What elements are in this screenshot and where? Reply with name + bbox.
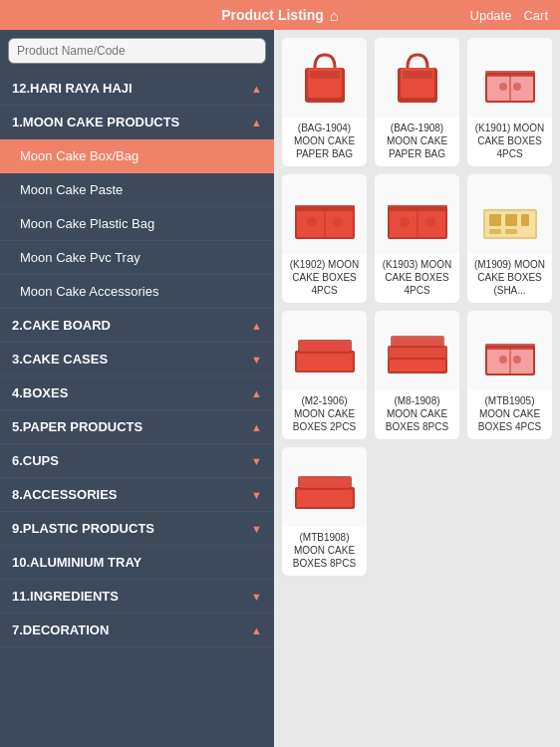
sidebar-item-cups[interactable]: 6.CUPS — [0, 444, 274, 478]
svg-point-27 — [425, 217, 435, 227]
product-image — [282, 447, 367, 527]
product-image — [467, 311, 552, 390]
sidebar-item-moon-cake-box-bag[interactable]: Moon Cake Box/Bag — [0, 139, 274, 173]
product-image — [467, 38, 552, 118]
sidebar-item-label: 12.HARI RAYA HAJI — [12, 81, 133, 96]
sidebar-item-label: 9.PLASTIC PRODUCTS — [12, 521, 154, 536]
product-name: (M8-1908) MOON CAKE BOXES 8PCS — [375, 390, 459, 439]
sidebar-item-label: 11.INGREDIENTS — [12, 589, 119, 604]
product-grid: (BAG-1904) MOON CAKE PAPER BAG (BAG-1908… — [282, 38, 552, 576]
sidebar-item-cake-cases[interactable]: 3.CAKE CASES — [0, 343, 274, 376]
sidebar-item-accessories[interactable]: 8.ACCESSORIES — [0, 478, 274, 512]
svg-rect-52 — [297, 489, 353, 507]
sidebar-item-label: 6.CUPS — [12, 453, 59, 468]
product-name: (K1903) MOON CAKE BOXES 4PCS — [375, 254, 459, 303]
svg-point-26 — [400, 217, 410, 227]
product-card-m2-1906[interactable]: (M2-1906) MOON CAKE BOXES 2PCS — [282, 311, 367, 439]
svg-point-9 — [419, 61, 422, 65]
sidebar-item-label: 2.CAKE BOARD — [12, 318, 111, 333]
product-name: (BAG-1904) MOON CAKE PAPER BAG — [282, 118, 367, 166]
arrow-down-icon — [251, 354, 262, 366]
product-image — [375, 311, 459, 390]
cart-button[interactable]: Cart — [523, 8, 548, 23]
sidebar-item-ingredients[interactable]: 11.INGREDIENTS — [0, 580, 274, 614]
app-header: Product Listing ⌂ Update Cart — [0, 0, 560, 30]
sidebar-item-label: 7.DECORATION — [12, 622, 109, 637]
sidebar-item-hari-raya[interactable]: 12.HARI RAYA HAJI — [0, 72, 274, 106]
svg-rect-44 — [393, 338, 442, 346]
svg-rect-31 — [505, 214, 517, 226]
svg-rect-33 — [489, 229, 501, 234]
svg-point-15 — [513, 83, 521, 91]
sidebar-item-plastic-products[interactable]: 9.PLASTIC PRODUCTS — [0, 512, 274, 546]
svg-rect-34 — [505, 229, 517, 234]
svg-rect-42 — [390, 348, 445, 358]
search-input[interactable] — [8, 38, 266, 64]
product-name: (MTB1905) MOON CAKE BOXES 4PCS — [467, 390, 552, 439]
sidebar-item-cake-board[interactable]: 2.CAKE BOARD — [0, 309, 274, 343]
header-actions: Update Cart — [470, 8, 548, 23]
svg-point-49 — [499, 356, 507, 364]
svg-point-50 — [513, 356, 521, 364]
arrow-down-icon — [251, 455, 262, 467]
sidebar-item-label: 1.MOON CAKE PRODUCTS — [12, 115, 179, 129]
sidebar-item-label: Moon Cake Plastic Bag — [20, 216, 154, 231]
svg-point-8 — [413, 61, 417, 65]
product-card-bag-1904[interactable]: (BAG-1904) MOON CAKE PAPER BAG — [282, 38, 367, 166]
product-image — [282, 174, 367, 254]
product-name: (M1909) MOON CAKE BOXES (SHA... — [467, 254, 552, 303]
sidebar-item-moon-cake-paste[interactable]: Moon Cake Paste — [0, 173, 274, 207]
header-title: Product Listing ⌂ — [221, 7, 339, 24]
product-card-m8-1908[interactable]: (M8-1908) MOON CAKE BOXES 8PCS — [375, 311, 459, 439]
arrow-down-icon — [251, 591, 262, 603]
sidebar-item-moon-cake-products[interactable]: 1.MOON CAKE PRODUCTS — [0, 106, 274, 139]
header-title-text: Product Listing — [221, 7, 324, 23]
product-image — [467, 174, 552, 254]
product-card-k1903[interactable]: (K1903) MOON CAKE BOXES 4PCS — [375, 174, 459, 303]
product-card-k1902[interactable]: (K1902) MOON CAKE BOXES 4PCS — [282, 174, 367, 303]
svg-point-3 — [320, 61, 324, 65]
sidebar-item-moon-cake-plastic-bag[interactable]: Moon Cake Plastic Bag — [0, 207, 274, 241]
sidebar-items-container: 12.HARI RAYA HAJI1.MOON CAKE PRODUCTSMoo… — [0, 72, 274, 647]
product-card-k1901[interactable]: (K1901) MOON CAKE BOXES 4PCS — [467, 38, 552, 166]
product-card-mtb1908[interactable]: (MTB1908) MOON CAKE BOXES 8PCS — [282, 447, 367, 576]
sidebar-item-label: Moon Cake Pvc Tray — [20, 250, 140, 265]
sidebar-item-boxes[interactable]: 4.BOXES — [0, 376, 274, 410]
product-card-bag-1908[interactable]: (BAG-1908) MOON CAKE PAPER BAG — [375, 38, 459, 166]
arrow-up-icon — [251, 117, 262, 128]
product-image — [375, 174, 459, 254]
arrow-up-icon — [251, 83, 262, 95]
arrow-up-icon — [251, 320, 262, 332]
product-image — [375, 38, 459, 118]
product-name: (K1902) MOON CAKE BOXES 4PCS — [282, 254, 367, 303]
search-bar — [0, 30, 274, 72]
svg-rect-40 — [390, 360, 445, 372]
sidebar-item-aluminium-tray[interactable]: 10.ALUMINIUM TRAY — [0, 546, 274, 580]
sidebar-item-label: Moon Cake Paste — [20, 182, 123, 197]
svg-point-20 — [307, 217, 317, 227]
sidebar-item-label: Moon Cake Box/Bag — [20, 148, 139, 163]
arrow-up-icon — [251, 387, 262, 399]
sidebar-item-moon-cake-pvc-tray[interactable]: Moon Cake Pvc Tray — [0, 241, 274, 275]
sidebar-item-label: 8.ACCESSORIES — [12, 487, 117, 502]
product-grid-container: (BAG-1904) MOON CAKE PAPER BAG (BAG-1908… — [274, 30, 560, 747]
home-icon[interactable]: ⌂ — [330, 7, 339, 24]
sidebar-item-paper-products[interactable]: 5.PAPER PRODUCTS — [0, 410, 274, 444]
sidebar-item-label: 4.BOXES — [12, 385, 68, 400]
product-name: (MTB1908) MOON CAKE BOXES 8PCS — [282, 527, 367, 576]
product-card-mtb1905[interactable]: (MTB1905) MOON CAKE BOXES 4PCS — [467, 311, 552, 439]
sidebar-item-moon-cake-accessories[interactable]: Moon Cake Accessories — [0, 275, 274, 309]
update-button[interactable]: Update — [470, 8, 512, 23]
svg-rect-7 — [403, 71, 432, 79]
svg-rect-54 — [300, 478, 350, 488]
product-name: (BAG-1908) MOON CAKE PAPER BAG — [375, 118, 459, 166]
arrow-down-icon — [251, 523, 262, 535]
product-image — [282, 38, 367, 118]
svg-point-4 — [326, 61, 330, 65]
sidebar-item-label: 3.CAKE CASES — [12, 352, 108, 367]
product-card-m1909[interactable]: (M1909) MOON CAKE BOXES (SHA... — [467, 174, 552, 303]
svg-rect-32 — [521, 214, 529, 226]
product-name: (M2-1906) MOON CAKE BOXES 2PCS — [282, 390, 367, 439]
svg-rect-2 — [310, 71, 340, 79]
sidebar-item-decoration[interactable]: 7.DECORATION — [0, 614, 274, 647]
